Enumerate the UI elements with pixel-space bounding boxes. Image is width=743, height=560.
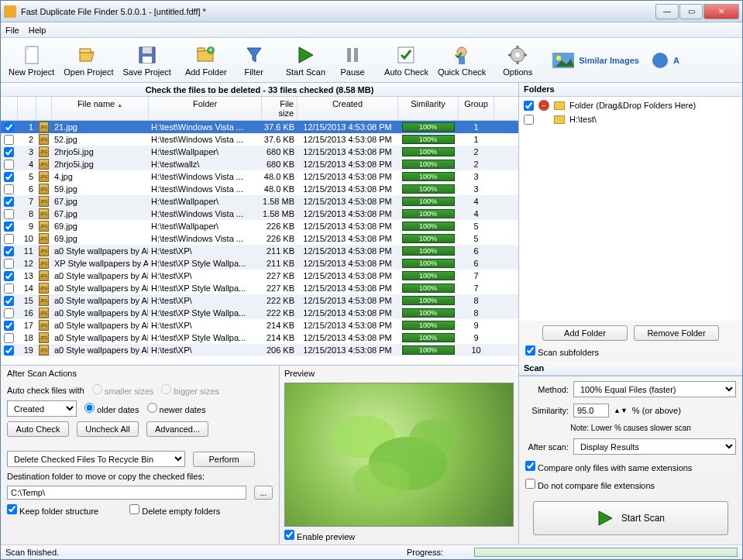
folder-placeholder-row[interactable]: − Folder (Drag&Drop Folders Here) <box>521 98 741 112</box>
new-project-icon <box>21 44 43 66</box>
table-row[interactable]: 3JPG2hrjo5i.jpgH:\test\Wallpaper\680 KB1… <box>1 146 518 158</box>
delete-action-select[interactable]: Delete Checked Files To Recycle Bin <box>7 451 185 467</box>
menu-help[interactable]: Help <box>29 26 46 35</box>
after-scan-title: After Scan Actions <box>7 369 273 378</box>
radio-newer[interactable] <box>147 403 157 413</box>
folder-checkbox[interactable] <box>524 115 534 125</box>
row-checkbox[interactable] <box>4 234 14 244</box>
no-compare-ext-checkbox[interactable] <box>525 479 535 489</box>
table-row[interactable]: 9JPG69.jpgH:\test\Wallpaper\226 KB12/15/… <box>1 220 518 232</box>
table-row[interactable]: 8JPG67.jpgH:\test\Windows Vista ...1.58 … <box>1 208 518 220</box>
table-row[interactable]: 15JPGa0 Style wallpapers by AhrH:\test\X… <box>1 294 518 307</box>
add-folder-button[interactable]: Add Folder <box>542 325 628 341</box>
similarity-bar: 100% <box>402 308 455 318</box>
table-row[interactable]: 4JPG2hrjo5i.jpgH:\test\wallz\680 KB12/15… <box>1 158 518 170</box>
uncheck-all-button[interactable]: Uncheck All <box>77 421 139 437</box>
row-checkbox[interactable] <box>4 283 14 294</box>
table-row[interactable]: 12JPGXP Style wallpapers by AhrH:\test\X… <box>1 257 518 270</box>
statusbar: Scan finished. Progress: <box>1 545 742 559</box>
play-icon <box>597 510 614 527</box>
save-project-button[interactable]: Save Project <box>119 40 176 81</box>
folders-list[interactable]: − Folder (Drag&Drop Folders Here) H:\tes… <box>519 97 742 321</box>
row-checkbox[interactable] <box>4 333 14 343</box>
minimize-button[interactable]: — <box>655 4 679 19</box>
folder-row[interactable]: H:\test\ <box>521 112 741 126</box>
row-checkbox[interactable] <box>4 197 14 207</box>
col-filename[interactable]: File name <box>52 97 149 120</box>
browse-button[interactable]: ... <box>254 486 273 500</box>
col-group[interactable]: Group <box>459 97 494 120</box>
table-row[interactable]: 6JPG59.jpgH:\test\Windows Vista ...48.0 … <box>1 183 518 195</box>
table-row[interactable]: 2JPG52.jpgH:\test\Windows Vista ...37.6 … <box>1 133 518 146</box>
new-project-button[interactable]: New Project <box>4 40 59 81</box>
row-checkbox[interactable] <box>4 345 14 356</box>
auto-check-field-select[interactable]: Created <box>7 400 77 417</box>
auto-check-button[interactable]: Auto Check <box>380 40 433 81</box>
close-button[interactable]: ✕ <box>703 4 739 19</box>
table-row[interactable]: 13JPGa0 Style wallpapers by AhrH:\test\X… <box>1 270 518 282</box>
compare-ext-checkbox[interactable] <box>525 461 535 471</box>
col-size[interactable]: File size <box>262 97 298 120</box>
row-checkbox[interactable] <box>4 271 14 281</box>
enable-preview-checkbox[interactable] <box>284 530 294 540</box>
pause-button[interactable]: Pause <box>330 40 375 81</box>
row-checkbox[interactable] <box>4 160 14 170</box>
extra-link[interactable]: A <box>652 52 679 69</box>
table-row[interactable]: 18JPGa0 Style wallpapers by AhrH:\test\X… <box>1 332 518 344</box>
radio-older[interactable] <box>84 403 95 413</box>
remove-folder-button[interactable]: Remove Folder <box>634 325 719 341</box>
perform-button[interactable]: Perform <box>193 452 255 467</box>
delete-empty-checkbox[interactable] <box>129 504 139 514</box>
row-checkbox[interactable] <box>4 259 14 269</box>
table-row[interactable]: 1JPG21.jpgH:\test\Windows Vista ...37.6 … <box>1 121 518 133</box>
col-similarity[interactable]: Similarity <box>398 97 459 120</box>
table-row[interactable]: 14JPGa0 Style wallpapers by AhrH:\test\X… <box>1 282 518 294</box>
scan-subfolders-checkbox[interactable] <box>525 345 535 356</box>
file-grid[interactable]: File name Folder File size Created Simil… <box>1 97 518 365</box>
start-scan-button[interactable]: Start Scan <box>533 501 728 535</box>
table-row[interactable]: 17JPGa0 Style wallpapers by AhrH:\test\X… <box>1 319 518 332</box>
maximize-button[interactable]: ▭ <box>679 4 703 19</box>
row-checkbox[interactable] <box>4 222 14 232</box>
table-row[interactable]: 5JPG4.jpgH:\test\Windows Vista ...48.0 K… <box>1 170 518 183</box>
after-scan-select[interactable]: Display Results <box>573 438 736 455</box>
jpg-icon: JPG <box>39 221 49 232</box>
options-button[interactable]: Options <box>495 40 540 81</box>
keep-structure-checkbox[interactable] <box>7 504 17 514</box>
row-checkbox[interactable] <box>4 135 14 145</box>
svg-marker-10 <box>299 47 313 63</box>
similar-images-link[interactable]: Similar Images <box>552 53 639 68</box>
jpg-icon: JPG <box>39 283 49 294</box>
advanced-button[interactable]: Advanced... <box>146 421 208 437</box>
auto-check-button[interactable]: Auto Check <box>7 421 69 437</box>
table-row[interactable]: 10JPG69.jpgH:\test\Windows Vista ...226 … <box>1 232 518 245</box>
row-checkbox[interactable] <box>4 122 14 132</box>
method-select[interactable]: 100% Equal Files (faster) <box>573 381 736 397</box>
jpg-icon: JPG <box>39 196 49 207</box>
row-checkbox[interactable] <box>4 296 14 306</box>
svg-marker-1 <box>26 46 29 50</box>
row-checkbox[interactable] <box>4 172 14 182</box>
dest-folder-input[interactable] <box>7 486 246 500</box>
col-folder[interactable]: Folder <box>149 97 262 120</box>
row-checkbox[interactable] <box>4 321 14 331</box>
start-scan-button[interactable]: Start Scan <box>281 40 330 81</box>
filter-button[interactable]: Filter <box>232 40 277 81</box>
row-checkbox[interactable] <box>4 147 14 157</box>
table-row[interactable]: 11JPGa0 Style wallpapers by AhrH:\test\X… <box>1 245 518 257</box>
row-checkbox[interactable] <box>4 184 14 194</box>
table-row[interactable]: 7JPG67.jpgH:\test\Wallpaper\1.58 MB12/15… <box>1 195 518 208</box>
folder-checkbox[interactable] <box>524 101 534 111</box>
table-row[interactable]: 16JPGa0 Style wallpapers by AhrH:\test\X… <box>1 307 518 319</box>
row-checkbox[interactable] <box>4 209 14 219</box>
row-checkbox[interactable] <box>4 308 14 318</box>
row-checkbox[interactable] <box>4 246 14 256</box>
quick-check-button[interactable]: Quick Check <box>433 40 490 81</box>
titlebar[interactable]: Fast Duplicate File Finder 5.0.0.1 - [un… <box>1 1 742 22</box>
table-row[interactable]: 19JPGa0 Style wallpapers by AhrH:\test\X… <box>1 344 518 356</box>
col-created[interactable]: Created <box>298 97 398 120</box>
add-folder-button[interactable]: +Add Folder <box>181 40 232 81</box>
similarity-input[interactable] <box>573 404 609 417</box>
menu-file[interactable]: File <box>5 26 19 35</box>
open-project-button[interactable]: Open Project <box>59 40 118 81</box>
